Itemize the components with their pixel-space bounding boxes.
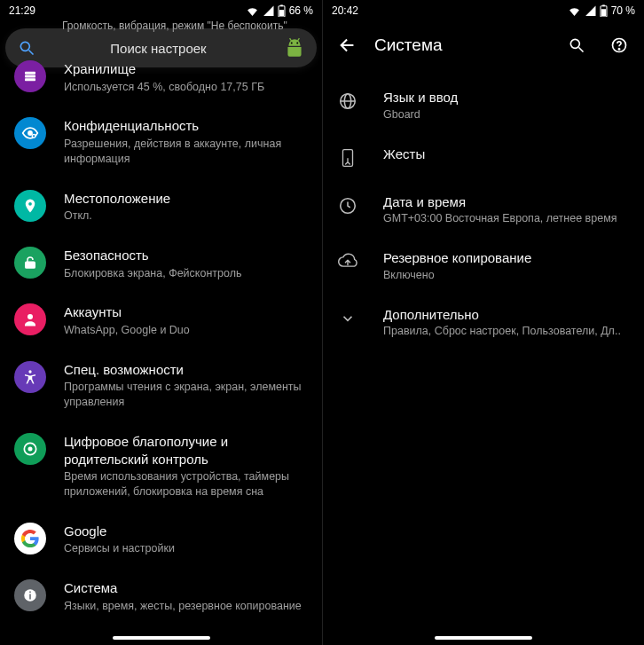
nav-handle[interactable] bbox=[435, 636, 532, 640]
wifi-icon bbox=[568, 5, 581, 16]
signal-icon bbox=[263, 5, 274, 16]
google-icon bbox=[14, 523, 46, 555]
svg-point-18 bbox=[28, 370, 31, 373]
settings-item-accounts[interactable]: Аккаунты WhatsApp, Google и Duo bbox=[0, 291, 322, 348]
svg-rect-25 bbox=[601, 9, 606, 16]
settings-item-storage[interactable]: Хранилище Используется 45 %, свободно 17… bbox=[0, 55, 322, 105]
svg-line-27 bbox=[579, 48, 584, 52]
svg-point-29 bbox=[618, 49, 619, 50]
item-subtitle: Используется 45 %, свободно 17,75 ГБ bbox=[64, 80, 308, 95]
nav-handle[interactable] bbox=[113, 636, 210, 640]
arrow-back-icon bbox=[338, 35, 357, 55]
status-icons: 66 % bbox=[246, 4, 313, 17]
item-subtitle: Блокировка экрана, Фейсконтроль bbox=[64, 266, 308, 281]
item-subtitle: Сервисы и настройки bbox=[64, 541, 308, 556]
item-title: Дополнительно bbox=[383, 306, 630, 324]
svg-rect-21 bbox=[29, 592, 31, 594]
svg-point-3 bbox=[20, 42, 29, 51]
item-subtitle: Языки, время, жесты, резервное копирован… bbox=[64, 599, 308, 614]
wellbeing-icon bbox=[14, 433, 46, 465]
status-icons: 70 % bbox=[568, 4, 635, 17]
item-title: Дата и время bbox=[383, 193, 630, 211]
settings-main-pane: 21:29 66 % Громкость, вибрация, режим "Н… bbox=[0, 0, 322, 645]
settings-item-system[interactable]: Система Языки, время, жесты, резервное к… bbox=[0, 567, 322, 624]
item-subtitle: Gboard bbox=[383, 108, 630, 121]
svg-rect-9 bbox=[25, 72, 35, 75]
svg-point-15 bbox=[28, 202, 32, 206]
svg-line-8 bbox=[297, 38, 299, 41]
settings-item-accessibility[interactable]: Спец. возможности Программы чтения с экр… bbox=[0, 349, 322, 421]
item-subtitle: Правила, Сброс настроек, Пользователи, Д… bbox=[383, 325, 630, 337]
system-list: Язык и ввод Gboard Жесты Дата и время GM… bbox=[323, 69, 644, 350]
svg-rect-22 bbox=[29, 594, 31, 600]
item-subtitle: Разрешения, действия в аккаунте, личная … bbox=[64, 137, 308, 167]
battery-percent: 66 % bbox=[289, 4, 313, 17]
item-subtitle: GMT+03:00 Восточная Европа, летнее время bbox=[383, 212, 630, 224]
system-item-gestures[interactable]: Жесты bbox=[323, 133, 644, 181]
status-time: 20:42 bbox=[332, 4, 358, 17]
settings-item-google[interactable]: Google Сервисы и настройки bbox=[0, 510, 322, 567]
wifi-icon bbox=[246, 5, 259, 16]
help-icon bbox=[610, 36, 628, 54]
item-subtitle: Включено bbox=[383, 269, 630, 281]
item-title: Безопасность bbox=[64, 247, 308, 264]
item-title: Язык и ввод bbox=[383, 89, 630, 106]
search-button[interactable] bbox=[561, 29, 593, 61]
expand-icon bbox=[337, 308, 358, 329]
storage-icon bbox=[14, 60, 46, 92]
svg-rect-11 bbox=[25, 78, 35, 81]
svg-rect-14 bbox=[33, 136, 35, 138]
item-subtitle: Время использования устройства, таймеры … bbox=[64, 469, 308, 499]
settings-item-wellbeing[interactable]: Цифровое благополучие и родительский кон… bbox=[0, 421, 322, 510]
item-title: Система bbox=[64, 579, 308, 597]
item-title: Хранилище bbox=[64, 60, 308, 78]
language-icon bbox=[337, 90, 358, 112]
battery-icon bbox=[278, 4, 286, 17]
item-title: Конфиденциальность bbox=[64, 117, 308, 135]
item-subtitle: Откл. bbox=[64, 208, 308, 224]
gestures-icon bbox=[337, 147, 358, 169]
app-bar: Система bbox=[323, 21, 644, 69]
item-title: Спец. возможности bbox=[64, 361, 308, 379]
system-icon bbox=[14, 579, 46, 611]
system-item-datetime[interactable]: Дата и время GMT+03:00 Восточная Европа,… bbox=[323, 181, 644, 238]
system-settings-pane: 20:42 70 % Система Язык и ввод Gboard bbox=[322, 0, 644, 645]
privacy-icon bbox=[14, 117, 46, 149]
svg-line-4 bbox=[29, 51, 34, 55]
svg-rect-33 bbox=[343, 149, 353, 166]
item-title: Жесты bbox=[383, 146, 630, 163]
back-button[interactable] bbox=[332, 29, 364, 61]
security-icon bbox=[14, 247, 46, 279]
backup-icon bbox=[337, 251, 358, 272]
system-item-backup[interactable]: Резервное копирование Включено bbox=[323, 237, 644, 294]
search-icon bbox=[568, 36, 585, 54]
battery-icon bbox=[600, 4, 608, 17]
page-title: Система bbox=[374, 35, 550, 55]
svg-rect-2 bbox=[279, 10, 284, 16]
accounts-icon bbox=[14, 303, 46, 335]
signal-icon bbox=[585, 5, 596, 16]
help-button[interactable] bbox=[603, 29, 635, 61]
search-icon bbox=[18, 39, 35, 57]
settings-item-location[interactable]: Местоположение Откл. bbox=[0, 177, 322, 234]
svg-rect-24 bbox=[602, 4, 605, 6]
svg-line-7 bbox=[290, 38, 292, 41]
location-icon bbox=[14, 190, 46, 222]
search-placeholder: Поиск настроек bbox=[35, 41, 281, 56]
item-subtitle: Программы чтения с экрана, экран, элемен… bbox=[64, 380, 308, 410]
settings-item-privacy[interactable]: Конфиденциальность Разрешения, действия … bbox=[0, 105, 322, 177]
svg-point-26 bbox=[570, 39, 579, 48]
settings-item-security[interactable]: Безопасность Блокировка экрана, Фейсконт… bbox=[0, 234, 322, 291]
item-subtitle: WhatsApp, Google и Duo bbox=[64, 323, 308, 338]
battery-percent: 70 % bbox=[611, 4, 635, 17]
svg-point-6 bbox=[296, 43, 298, 44]
clock-icon bbox=[337, 195, 358, 216]
system-item-advanced[interactable]: Дополнительно Правила, Сброс настроек, П… bbox=[323, 294, 644, 350]
accessibility-icon bbox=[14, 361, 46, 393]
item-title: Резервное копирование bbox=[383, 249, 630, 267]
item-title: Google bbox=[64, 523, 308, 540]
status-time: 21:29 bbox=[9, 4, 35, 17]
svg-rect-10 bbox=[25, 75, 35, 78]
system-item-language[interactable]: Язык и ввод Gboard bbox=[323, 76, 644, 133]
svg-point-17 bbox=[27, 314, 33, 319]
